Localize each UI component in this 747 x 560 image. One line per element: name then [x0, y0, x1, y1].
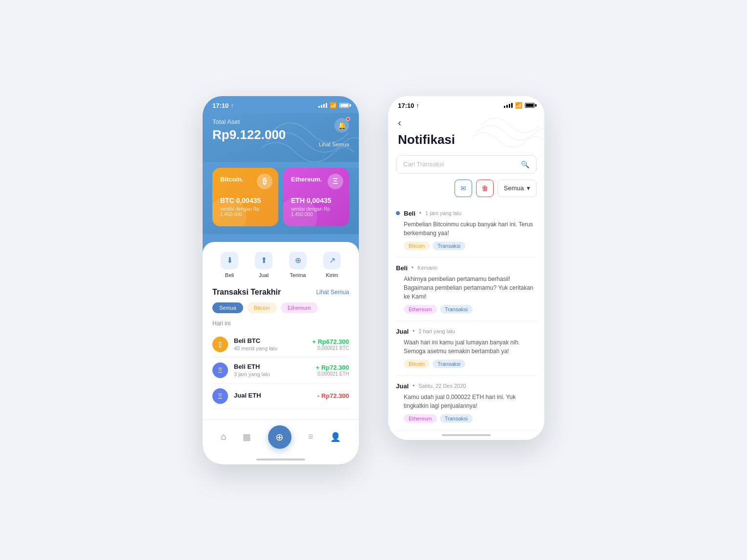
- location-icon-left: ↑: [230, 102, 234, 109]
- notif-header: ‹ Notifikasi: [388, 113, 544, 155]
- notif-item-2[interactable]: Beli • Kemarin Akhirnya pembelian pertam…: [396, 258, 537, 321]
- tx-item-eth[interactable]: Ξ Beli ETH 3 jam yang lalu + Rp72.300 0,…: [212, 358, 349, 383]
- tag-transaksi-1[interactable]: Transaksi: [433, 241, 465, 250]
- notif-time-4: Sabtu, 22 Des 2020: [418, 383, 466, 389]
- notif-time-1: 1 jam yang lalu: [425, 210, 461, 216]
- total-aset-label: Total Aset: [212, 118, 349, 125]
- tx-amount-secondary-eth: 0,000021 ETH: [316, 371, 349, 377]
- notif-body-1: Pembelian Bitcoinmu cukup banyak hari in…: [396, 220, 537, 238]
- filter-semua[interactable]: Semua: [212, 302, 243, 313]
- bitcoin-card[interactable]: ₿ Bitcoin. BTC 0,00435 senilai dengan Rp…: [212, 168, 278, 226]
- beli-label: Beli: [225, 272, 234, 278]
- transactions-header: Transaksi Terakhir Lihat Semua: [212, 288, 349, 297]
- notif-tags-2: Ethereum Transaksi: [396, 305, 537, 314]
- home-bar-right: [442, 434, 491, 436]
- notif-type-1: Beli: [404, 210, 415, 217]
- back-button[interactable]: ‹: [398, 117, 401, 128]
- tx-name-jual-eth: Jual ETH: [234, 392, 311, 399]
- tx-amount-btc: + Rp672.300 0,000021 BTC: [312, 338, 349, 351]
- mail-action-btn[interactable]: ✉: [455, 180, 472, 197]
- notif-separator-2: •: [412, 264, 414, 271]
- tx-amount-eth: + Rp72.300 0,000021 ETH: [316, 364, 349, 377]
- notif-separator-1: •: [419, 210, 421, 217]
- ethereum-card[interactable]: Ξ Ethereum. ETH 0,00435 senilai dengan R…: [283, 168, 349, 226]
- nav-list[interactable]: ≡: [308, 432, 313, 442]
- notif-item-1[interactable]: Beli • 1 jam yang lalu Pembelian Bitcoin…: [396, 203, 537, 258]
- tag-transaksi-2[interactable]: Transaksi: [440, 305, 473, 314]
- home-indicator-right: [388, 430, 544, 440]
- notif-dot-1: [396, 211, 400, 215]
- trash-action-btn[interactable]: 🗑: [476, 180, 494, 197]
- filter-tabs: Semua Bitcoin Ethereum: [212, 302, 349, 313]
- wifi-icon: 📶: [330, 102, 337, 109]
- ethereum-icon: Ξ: [328, 174, 343, 189]
- lihat-semua-tx[interactable]: Lihat Semua: [316, 289, 349, 296]
- nav-charts[interactable]: ▦: [243, 432, 251, 442]
- beli-action[interactable]: ⬇ Beli: [221, 252, 238, 278]
- signal-icon-right: [504, 103, 513, 108]
- section-date: Hari ini: [212, 320, 349, 327]
- left-phone: 17:10 ↑ 📶: [203, 96, 359, 464]
- notif-item-header-2: Beli • Kemarin: [396, 264, 537, 272]
- jual-action[interactable]: ⬆ Jual: [255, 252, 272, 278]
- tx-amount-jual-eth: - Rp72.300: [317, 392, 349, 400]
- notif-list: Beli • 1 jam yang lalu Pembelian Bitcoin…: [388, 203, 544, 430]
- tag-bitcoin-1[interactable]: Bitcoin: [404, 241, 430, 250]
- notif-separator-3: •: [413, 328, 415, 335]
- transactions-title: Transaksi Terakhir: [212, 288, 281, 297]
- filter-label: Semua: [504, 184, 524, 192]
- notif-time-3: 2 hari yang lalu: [418, 328, 455, 334]
- notif-item-header-4: Jual • Sabtu, 22 Des 2020: [396, 382, 537, 390]
- nav-profile[interactable]: 👤: [330, 432, 341, 442]
- notif-actions: ✉ 🗑 Semua ▾: [388, 180, 544, 203]
- filter-bitcoin[interactable]: Bitcoin: [247, 302, 277, 313]
- status-bar-right: 17:10 ↑ 📶: [388, 96, 544, 113]
- total-aset-value: Rp9.122.000: [212, 127, 349, 142]
- fab-button[interactable]: ⊕: [268, 425, 291, 449]
- tx-icon-btc: ₿: [212, 337, 228, 352]
- notif-body-2: Akhirnya pembelian pertamamu berhasil! B…: [396, 275, 537, 301]
- notif-body-3: Waah hari ini kamu jual lumayan banyak n…: [396, 338, 537, 356]
- tag-ethereum-2[interactable]: Ethereum: [404, 305, 437, 314]
- tx-item-jual-eth[interactable]: Ξ Jual ETH - Rp72.300: [212, 383, 349, 409]
- tx-icon-jual-eth: Ξ: [212, 388, 228, 404]
- battery-icon-right: [525, 103, 535, 108]
- filter-btn[interactable]: Semua ▾: [498, 180, 537, 197]
- tag-bitcoin-3[interactable]: Bitcoin: [404, 360, 430, 368]
- terima-icon: ⊕: [289, 252, 307, 269]
- tag-transaksi-3[interactable]: Transaksi: [433, 360, 465, 368]
- time-left: 17:10: [212, 102, 228, 109]
- tx-amount-primary-btc: + Rp672.300: [312, 338, 349, 345]
- crypto-cards: ₿ Bitcoin. BTC 0,00435 senilai dengan Rp…: [203, 168, 359, 226]
- notif-tags-4: Ethereum Transaksi: [396, 414, 537, 423]
- tag-transaksi-4[interactable]: Transaksi: [440, 414, 473, 423]
- notif-item-header-1: Beli • 1 jam yang lalu: [396, 210, 537, 217]
- notif-item-3[interactable]: Jual • 2 hari yang lalu Waah hari ini ka…: [396, 321, 537, 376]
- kirim-action[interactable]: ↗ Kirim: [323, 252, 341, 278]
- notif-time-2: Kemarin: [417, 265, 437, 271]
- tx-item-btc[interactable]: ₿ Beli BTC 40 menit yang lalu + Rp672.30…: [212, 332, 349, 358]
- tx-icon-eth: Ξ: [212, 362, 228, 378]
- home-bar: [256, 459, 305, 460]
- search-icon: 🔍: [521, 160, 529, 168]
- right-phone: 17:10 ↑ 📶: [388, 96, 544, 440]
- tx-amount-secondary-btc: 0,000021 BTC: [312, 345, 349, 351]
- header-section: Total Aset Rp9.122.000 🔔 Lihat Semua: [203, 113, 359, 162]
- search-bar[interactable]: Cari Transaksi 🔍: [396, 155, 537, 174]
- tx-time-btc: 40 menit yang lalu: [234, 345, 306, 351]
- tx-info-jual-eth: Jual ETH: [234, 392, 311, 400]
- notif-body-4: Kamu udah jual 0,000022 ETH hari ini. Yu…: [396, 393, 537, 410]
- terima-action[interactable]: ⊕ Terima: [289, 252, 307, 278]
- notif-type-4: Jual: [396, 382, 409, 390]
- tx-amount-primary-eth: + Rp72.300: [316, 364, 349, 371]
- tag-ethereum-4[interactable]: Ethereum: [404, 414, 437, 423]
- terima-label: Terima: [290, 272, 306, 278]
- notif-item-4[interactable]: Jual • Sabtu, 22 Des 2020 Kamu udah jual…: [396, 376, 537, 430]
- nav-home[interactable]: ⌂: [221, 432, 226, 442]
- battery-icon: [339, 103, 349, 108]
- notif-separator-4: •: [413, 382, 415, 389]
- beli-icon: ⬇: [221, 252, 238, 269]
- main-content: ⬇ Beli ⬆ Jual ⊕ Terima ↗ Kirim Transa: [203, 242, 359, 419]
- filter-ethereum[interactable]: Ethereum: [281, 302, 318, 313]
- bitcoin-icon: ₿: [257, 174, 272, 189]
